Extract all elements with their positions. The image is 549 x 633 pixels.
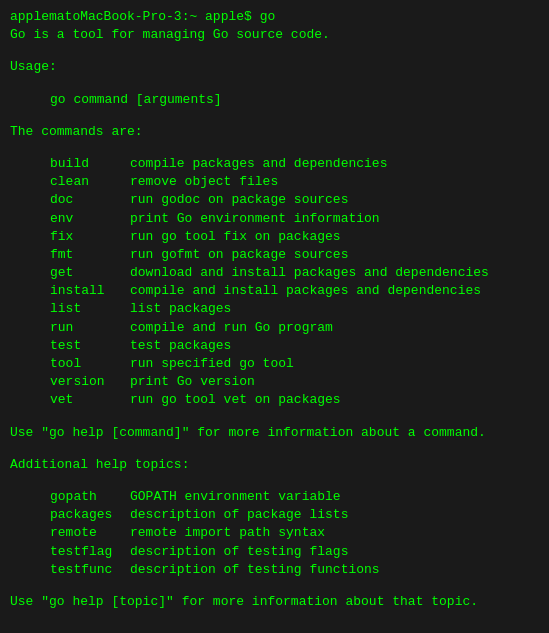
command-row: getdownload and install packages and dep… — [10, 264, 539, 282]
spacer-8 — [10, 579, 539, 593]
command-desc: run godoc on package sources — [130, 191, 539, 209]
additional-label: Additional help topics: — [10, 456, 539, 474]
spacer-2 — [10, 77, 539, 91]
command-name: version — [50, 373, 130, 391]
command-name: list — [50, 300, 130, 318]
spacer-5 — [10, 410, 539, 424]
usage-cmd: go command [arguments] — [10, 91, 539, 109]
topic-desc: description of testing flags — [130, 543, 539, 561]
topic-row: testflagdescription of testing flags — [10, 543, 539, 561]
topics-list: gopathGOPATH environment variablepackage… — [10, 488, 539, 579]
prompt-line-2: applematoMacBook-Pro-3:~ apple$ — [10, 625, 539, 633]
command-row: versionprint Go version — [10, 373, 539, 391]
command-desc: compile packages and dependencies — [130, 155, 539, 173]
topic-row: testfuncdescription of testing functions — [10, 561, 539, 579]
command-row: fixrun go tool fix on packages — [10, 228, 539, 246]
command-desc: list packages — [130, 300, 539, 318]
topic-row: gopathGOPATH environment variable — [10, 488, 539, 506]
command-name: tool — [50, 355, 130, 373]
command-name: clean — [50, 173, 130, 191]
command-row: testtest packages — [10, 337, 539, 355]
command-row: installcompile and install packages and … — [10, 282, 539, 300]
command-row: fmtrun gofmt on package sources — [10, 246, 539, 264]
commands-label: The commands are: — [10, 123, 539, 141]
spacer-6 — [10, 442, 539, 456]
command-desc: print Go environment information — [130, 210, 539, 228]
spacer-4 — [10, 141, 539, 155]
command-desc: print Go version — [130, 373, 539, 391]
command-name: run — [50, 319, 130, 337]
command-row: cleanremove object files — [10, 173, 539, 191]
topic-name: testflag — [50, 543, 130, 561]
topic-row: remoteremote import path syntax — [10, 524, 539, 542]
command-name: env — [50, 210, 130, 228]
help-topic-text: Use "go help [topic]" for more informati… — [10, 593, 539, 611]
topic-row: packagesdescription of package lists — [10, 506, 539, 524]
help-cmd-text: Use "go help [command]" for more informa… — [10, 424, 539, 442]
topic-name: packages — [50, 506, 130, 524]
intro-text: Go is a tool for managing Go source code… — [10, 26, 539, 44]
topic-name: testfunc — [50, 561, 130, 579]
spacer-7 — [10, 474, 539, 488]
topic-desc: remote import path syntax — [130, 524, 539, 542]
command-desc: download and install packages and depend… — [130, 264, 539, 282]
spacer-9 — [10, 611, 539, 625]
topic-name: gopath — [50, 488, 130, 506]
command-row: runcompile and run Go program — [10, 319, 539, 337]
command-desc: run specified go tool — [130, 355, 539, 373]
command-row: listlist packages — [10, 300, 539, 318]
topic-desc: description of package lists — [130, 506, 539, 524]
command-row: vetrun go tool vet on packages — [10, 391, 539, 409]
command-name: vet — [50, 391, 130, 409]
command-name: fmt — [50, 246, 130, 264]
command-name: test — [50, 337, 130, 355]
topic-desc: description of testing functions — [130, 561, 539, 579]
prompt-line-1: applematoMacBook-Pro-3:~ apple$ go — [10, 8, 539, 26]
command-name: install — [50, 282, 130, 300]
command-desc: run gofmt on package sources — [130, 246, 539, 264]
command-row: toolrun specified go tool — [10, 355, 539, 373]
command-name: build — [50, 155, 130, 173]
spacer-3 — [10, 109, 539, 123]
command-row: docrun godoc on package sources — [10, 191, 539, 209]
usage-label: Usage: — [10, 58, 539, 76]
command-desc: compile and run Go program — [130, 319, 539, 337]
spacer-1 — [10, 44, 539, 58]
command-name: doc — [50, 191, 130, 209]
command-name: fix — [50, 228, 130, 246]
command-row: buildcompile packages and dependencies — [10, 155, 539, 173]
command-desc: test packages — [130, 337, 539, 355]
command-desc: run go tool fix on packages — [130, 228, 539, 246]
topic-name: remote — [50, 524, 130, 542]
command-row: envprint Go environment information — [10, 210, 539, 228]
command-desc: compile and install packages and depende… — [130, 282, 539, 300]
command-name: get — [50, 264, 130, 282]
command-desc: run go tool vet on packages — [130, 391, 539, 409]
topic-desc: GOPATH environment variable — [130, 488, 539, 506]
commands-list: buildcompile packages and dependenciescl… — [10, 155, 539, 410]
command-desc: remove object files — [130, 173, 539, 191]
